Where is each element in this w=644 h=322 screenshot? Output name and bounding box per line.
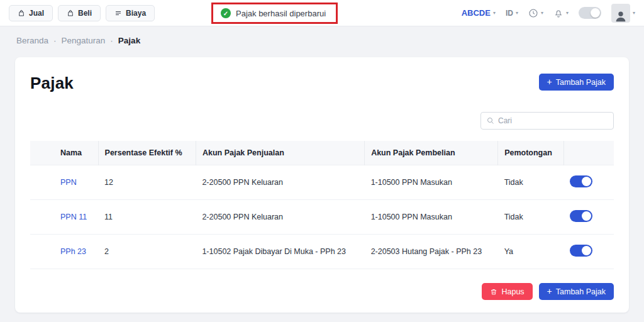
beli-button-label: Beli <box>78 9 92 18</box>
company-menu[interactable]: ABCDE ▾ <box>462 8 496 18</box>
active-toggle[interactable] <box>570 210 592 222</box>
header-persentase: Persentase Efektif % <box>98 141 196 165</box>
breadcrumb-separator: · <box>53 36 57 45</box>
topbar-right: ABCDE ▾ ID ▾ ▾ ▾ ▾ <box>462 4 635 23</box>
chevron-down-icon: ▾ <box>566 11 569 16</box>
breadcrumb-beranda[interactable]: Beranda <box>16 36 48 45</box>
chevron-down-icon: ▾ <box>541 11 543 16</box>
chevron-down-icon: ▾ <box>493 11 496 16</box>
add-tax-label: Tambah Pajak <box>556 287 606 296</box>
toggle-knob <box>591 8 600 18</box>
search-box <box>480 112 614 130</box>
tax-withholding: Tidak <box>498 200 564 235</box>
header-toggle <box>564 141 614 165</box>
plus-icon <box>547 287 552 296</box>
notifications-menu[interactable]: ▾ <box>553 8 569 18</box>
toggle-knob <box>582 246 591 255</box>
topbar: Jual Beli Biaya ✓ Pajak berhasil diperba… <box>0 0 644 26</box>
tax-sales-account: 2-20500 PPN Keluaran <box>196 165 364 200</box>
page-title: Pajak <box>30 74 74 93</box>
breadcrumb: Beranda · Pengaturan · Pajak <box>0 26 644 53</box>
clock-icon <box>528 8 538 18</box>
tax-purchase-account: 1-10500 PPN Masukan <box>365 200 498 235</box>
avatar <box>611 4 630 23</box>
tax-withholding: Ya <box>498 235 564 269</box>
tax-purchase-account: 1-10500 PPN Masukan <box>365 165 498 200</box>
bell-icon <box>553 8 564 18</box>
tax-name-link[interactable]: PPN 11 <box>60 213 87 221</box>
header-akun-pembelian: Akun Pajak Pembelian <box>365 141 498 165</box>
tax-sales-account: 2-20500 PPN Keluaran <box>196 200 364 235</box>
tax-withholding: Tidak <box>498 165 564 200</box>
person-icon <box>614 9 628 23</box>
header-pemotongan: Pemotongan <box>498 141 564 165</box>
biaya-button-label: Biaya <box>126 9 146 18</box>
success-check-icon: ✓ <box>221 8 231 18</box>
trash-icon <box>490 288 497 296</box>
jual-button[interactable]: Jual <box>9 5 53 21</box>
chevron-down-icon: ▾ <box>516 11 518 16</box>
history-menu[interactable]: ▾ <box>528 8 543 18</box>
add-tax-button-top[interactable]: Tambah Pajak <box>539 74 614 91</box>
plus-icon <box>547 77 552 87</box>
table-row: PPN 11 11 2-20500 PPN Keluaran 1-10500 P… <box>30 200 614 235</box>
language-menu[interactable]: ID ▾ <box>506 9 518 18</box>
tax-table: Nama Persentase Efektif % Akun Pajak Pen… <box>30 141 614 269</box>
delete-label: Hapus <box>501 287 524 296</box>
search-icon <box>487 117 494 125</box>
theme-toggle[interactable] <box>579 7 601 19</box>
success-toast-annotation: ✓ Pajak berhasil diperbarui <box>211 3 338 24</box>
table-header-row: Nama Persentase Efektif % Akun Pajak Pen… <box>30 141 614 165</box>
tax-rate: 12 <box>98 165 196 200</box>
toggle-knob <box>582 177 591 186</box>
jual-button-label: Jual <box>29 9 44 18</box>
expense-wallet-icon <box>114 9 122 17</box>
tax-card: Pajak Tambah Pajak Nama Persentase Efekt… <box>15 57 629 313</box>
delete-button[interactable]: Hapus <box>482 283 532 300</box>
breadcrumb-pajak: Pajak <box>118 36 140 45</box>
breadcrumb-separator: · <box>110 36 113 45</box>
company-name: ABCDE <box>462 8 491 18</box>
user-menu[interactable]: ▾ <box>611 4 635 23</box>
sell-bag-icon <box>18 9 25 17</box>
tax-name-link[interactable]: PPh 23 <box>60 247 86 256</box>
tax-purchase-account: 2-20503 Hutang Pajak - PPh 23 <box>365 235 498 269</box>
breadcrumb-pengaturan[interactable]: Pengaturan <box>62 36 106 45</box>
tax-sales-account: 1-10502 Pajak Dibayar Di Muka - PPh 23 <box>196 235 364 269</box>
biaya-button[interactable]: Biaya <box>106 5 155 21</box>
search-input[interactable] <box>498 116 608 125</box>
chevron-down-icon: ▾ <box>633 11 635 16</box>
table-row: PPh 23 2 1-10502 Pajak Dibayar Di Muka -… <box>30 235 614 269</box>
add-tax-button-bottom[interactable]: Tambah Pajak <box>539 283 614 300</box>
header-nama: Nama <box>30 141 98 165</box>
active-toggle[interactable] <box>570 245 592 257</box>
language-label: ID <box>506 9 513 18</box>
tax-rate: 2 <box>98 235 196 269</box>
topbar-quick-actions: Jual Beli Biaya <box>9 5 155 21</box>
buy-bag-icon <box>67 9 74 17</box>
tax-rate: 11 <box>98 200 196 235</box>
tax-name-link[interactable]: PPN <box>60 178 77 187</box>
toggle-knob <box>582 211 591 221</box>
add-tax-label: Tambah Pajak <box>556 78 606 87</box>
beli-button[interactable]: Beli <box>58 5 101 21</box>
toast-message: Pajak berhasil diperbarui <box>236 9 326 18</box>
header-akun-penjualan: Akun Pajak Penjualan <box>196 141 364 165</box>
active-toggle[interactable] <box>570 175 592 187</box>
main-content: Pajak Tambah Pajak Nama Persentase Efekt… <box>0 53 644 313</box>
table-row: PPN 12 2-20500 PPN Keluaran 1-10500 PPN … <box>30 165 614 200</box>
